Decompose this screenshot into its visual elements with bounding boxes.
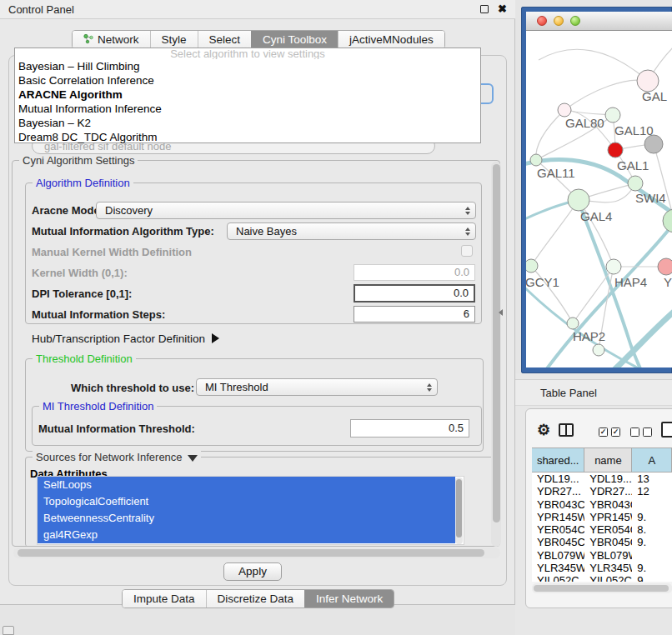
split-columns-icon[interactable] [559, 423, 574, 437]
unchecked-checkbox-icon[interactable] [643, 428, 652, 437]
network-canvas[interactable]: GALGAL80GAL10GAL1GAL11SWI4GAL4GCY1HAP4YH… [526, 31, 672, 368]
minimize-traffic-light-icon[interactable] [554, 16, 564, 26]
table-cell [632, 498, 672, 511]
network-node-gcy1[interactable] [526, 259, 538, 272]
network-node-gal11[interactable] [530, 154, 542, 166]
tab-label: Cyni Toolbox [263, 33, 327, 46]
tab-jactivemnodules[interactable]: jActiveMNodules [338, 31, 444, 48]
mi-algorithm-type-value: Naive Bayes [228, 225, 460, 238]
table-row[interactable]: YBR045CYBR045C9. [532, 536, 672, 548]
tab-impute-data[interactable]: Impute Data [123, 590, 206, 608]
table-row[interactable]: YPR145WYPR145W9. [532, 511, 672, 523]
checked-checkbox-icon[interactable]: ✓ [611, 428, 620, 437]
table-row[interactable]: YER054CYER054C8. [532, 523, 672, 536]
network-node[interactable] [608, 142, 623, 158]
column-header-shared[interactable]: shared... [532, 448, 584, 472]
tab-label: jActiveMNodules [349, 33, 434, 46]
column-header-a[interactable]: A [632, 448, 672, 472]
aracne-mode-combo[interactable]: Discovery [96, 202, 476, 219]
tab-discretize-data[interactable]: Discretize Data [206, 590, 305, 608]
network-node[interactable] [593, 344, 604, 356]
table-row[interactable]: YLR345WYLR345W9. [532, 562, 672, 574]
network-node-y[interactable] [658, 258, 672, 275]
network-node-gal80[interactable] [558, 103, 571, 117]
attribute-item-betweennesscentrality[interactable]: BetweennessCentrality [38, 510, 455, 527]
table-horizontal-scrollbar[interactable] [532, 583, 672, 593]
attribute-item-gal4rgexp[interactable]: gal4RGexp [38, 527, 455, 543]
tab-select[interactable]: Select [198, 31, 252, 48]
sources-group-title[interactable]: Sources for Network Inference [33, 451, 201, 463]
table-row[interactable]: YBL079WYBL079W [532, 549, 672, 562]
algorithm-option-basic-correlation-inference[interactable]: Basic Correlation Inference [15, 73, 480, 88]
apply-button[interactable]: Apply [223, 562, 282, 581]
zoom-traffic-light-icon[interactable] [570, 16, 580, 26]
algorithm-option-aracne-algorithm[interactable]: ARACNE Algorithm [15, 88, 480, 102]
network-node[interactable] [663, 209, 672, 232]
combo-spinner-icon [460, 207, 475, 215]
float-window-icon[interactable] [480, 5, 489, 13]
tab-infer-network[interactable]: Infer Network [304, 590, 394, 608]
table-cell: YBL079W [532, 549, 584, 562]
which-threshold-combo[interactable]: MI Threshold [196, 378, 438, 396]
network-node[interactable] [644, 135, 663, 153]
node-label-hap2: HAP2 [573, 329, 605, 343]
table-cell: 9. [632, 562, 672, 574]
table-row[interactable]: YBR043CYBR043C [532, 498, 672, 511]
algorithm-option-bayesian-k2[interactable]: Bayesian – K2 [15, 116, 480, 130]
algorithm-option-bayesian-hill-climbing[interactable]: Bayesian – Hill Climbing [15, 59, 480, 73]
application-root: Control Panel ✖ NetworkStyleSelectCyni T… [0, 0, 672, 635]
table-row[interactable]: YDL19...YDL19...13 [532, 472, 672, 485]
tab-network[interactable]: Network [73, 31, 150, 48]
network-node-gal1[interactable] [628, 176, 643, 191]
mi-threshold-definition-title: MI Threshold Definition [39, 400, 157, 412]
unchecked-checkbox-icon[interactable] [630, 428, 639, 437]
table-cell: YPR145W [532, 511, 584, 523]
tab-style[interactable]: Style [150, 31, 198, 48]
table-cell: 12 [632, 485, 672, 498]
attribute-item-selfloops[interactable]: SelfLoops [38, 477, 455, 493]
gear-icon[interactable]: ⚙ [537, 421, 550, 439]
kernel-width-field[interactable]: 0.0 [354, 264, 475, 281]
table-cell: YDR27... [532, 485, 584, 498]
table-row[interactable]: YIL052CYIL052C9. [532, 574, 672, 582]
hub-definition-toggle[interactable]: Hub/Transcription Factor Definition [32, 332, 219, 345]
close-icon[interactable]: ✖ [498, 2, 507, 15]
mi-algorithm-type-combo[interactable]: Naive Bayes [227, 222, 476, 240]
mi-steps-field[interactable]: 6 [354, 306, 475, 322]
table-row[interactable]: YDR27...YDR27...12 [532, 485, 672, 498]
threshold-definition-title: Threshold Definition [33, 352, 136, 365]
network-icon [83, 33, 93, 47]
control-panel-title: Control Panel [0, 3, 74, 16]
node-label-gal1: GAL1 [617, 158, 649, 172]
network-window-titlebar[interactable] [526, 12, 672, 31]
settings-vertical-scrollbar[interactable] [491, 162, 501, 547]
attributes-scrollbar[interactable] [455, 478, 463, 544]
algorithm-option-mutual-information-inference[interactable]: Mutual Information Inference [15, 102, 480, 116]
table-cell: YBR043C [532, 498, 584, 511]
bottom-corner-icon[interactable] [3, 626, 14, 635]
table-cell: 13 [632, 472, 672, 485]
hub-definition-label: Hub/Transcription Factor Definition [32, 332, 205, 345]
network-node-hap2[interactable] [567, 318, 579, 329]
algorithm-option-dream8-dc-tdc-algorithm[interactable]: Dream8 DC_TDC Algorithm [15, 130, 480, 144]
settings-horizontal-scrollbar[interactable] [13, 548, 500, 558]
attribute-item-topologicalcoefficient[interactable]: TopologicalCoefficient [38, 493, 455, 510]
algorithm-dropdown-list: Select algorithm to view settings Bayesi… [14, 48, 481, 143]
dpi-tolerance-field[interactable]: 0.0 [354, 284, 475, 302]
data-attributes-list: SelfLoopsTopologicalCoefficientBetweenne… [37, 476, 464, 545]
network-node-gal4[interactable] [568, 189, 589, 211]
tab-label: Network [98, 33, 139, 46]
tab-cyni-toolbox[interactable]: Cyni Toolbox [251, 31, 338, 48]
network-node-gal10[interactable] [605, 108, 620, 122]
mutual-information-threshold-field[interactable]: 0.5 [350, 419, 469, 438]
close-traffic-light-icon[interactable] [537, 16, 547, 26]
document-icon[interactable] [661, 422, 672, 438]
checked-checkbox-icon[interactable]: ✓ [599, 428, 608, 437]
table-cell: YDL19... [532, 472, 584, 485]
manual-kernel-width-checkbox[interactable] [461, 245, 473, 257]
column-header-name[interactable]: name [584, 448, 632, 472]
network-node-hap4[interactable] [606, 259, 621, 274]
table-cell: YBR043C [584, 498, 632, 511]
panel-divider-grip[interactable] [499, 309, 503, 316]
table-cell: YIL052C [532, 574, 584, 582]
